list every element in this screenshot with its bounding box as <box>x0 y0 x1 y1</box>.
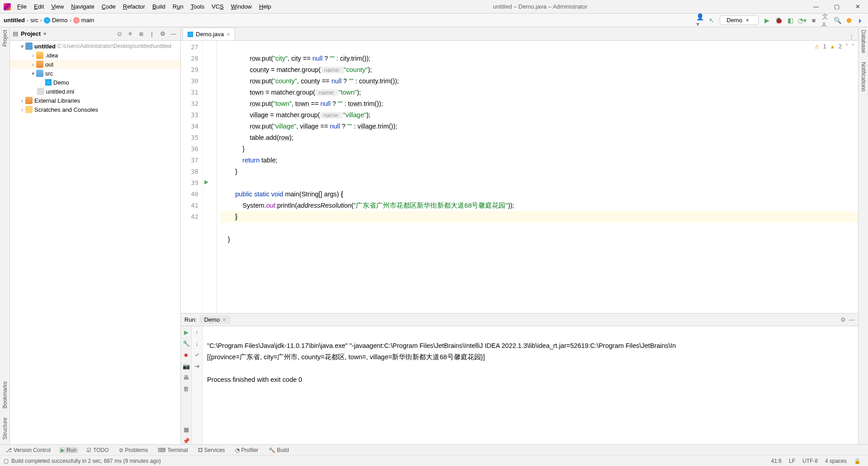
bt-services[interactable]: ⚃Services <box>196 447 227 453</box>
menu-view[interactable]: View <box>47 1 67 12</box>
menu-code[interactable]: Code <box>98 1 119 12</box>
console-line: [{province=广东省, city=广州市, county=花都区, to… <box>207 353 485 361</box>
tree-label: out <box>45 61 53 68</box>
bt-version-control[interactable]: ⎇Version Control <box>4 447 52 453</box>
up-icon[interactable]: ↑ <box>195 329 198 336</box>
sidebar-notifications[interactable]: Notifications <box>860 62 867 91</box>
debug-button[interactable]: 🐞 <box>775 17 782 24</box>
user-icon[interactable]: 👤▾ <box>696 17 703 24</box>
breadcrumb-method[interactable]: main <box>81 17 94 24</box>
sidebar-structure[interactable]: Structure <box>2 418 8 440</box>
tree-root[interactable]: ▾ untitled C:\Users\Administrator\Deskto… <box>10 42 180 51</box>
menu-navigate[interactable]: Navigate <box>67 1 98 12</box>
wrap-icon[interactable]: ⤶ <box>194 352 199 358</box>
menu-edit[interactable]: Edit <box>30 1 47 12</box>
bt-build[interactable]: 🔨Build <box>267 447 291 453</box>
project-tree[interactable]: ▾ untitled C:\Users\Administrator\Deskto… <box>10 41 180 444</box>
chevron-down-icon[interactable]: ▾ <box>43 30 47 37</box>
tree-iml[interactable]: untitled.iml <box>10 87 180 96</box>
bt-profiler[interactable]: ◔Profiler <box>233 447 260 453</box>
menu-file[interactable]: File <box>14 1 30 12</box>
tree-label: Demo <box>53 79 69 86</box>
menu-build[interactable]: Build <box>149 1 169 12</box>
more-icon[interactable]: ⏵ <box>857 17 864 24</box>
close-tab-icon[interactable]: × <box>226 31 230 38</box>
problems-icon: ⊘ <box>119 447 123 453</box>
run-button[interactable]: ▶ <box>763 17 770 24</box>
menu-run[interactable]: Run <box>169 1 187 12</box>
hide-icon[interactable]: — <box>170 30 178 38</box>
expand-all-icon[interactable]: ≡ <box>126 30 134 38</box>
menu-window[interactable]: Window <box>227 1 255 12</box>
tree-out[interactable]: › out <box>10 60 180 69</box>
tool-icon[interactable]: 🔧 <box>183 340 190 347</box>
maximize-button[interactable]: ▢ <box>826 0 847 14</box>
lock-icon[interactable]: 🔒 <box>850 458 864 464</box>
run-left-toolbar: ▶ 🔧 ■ 📷 🖶 🗑 ▦ 📌 <box>181 326 192 444</box>
tree-idea[interactable]: › .idea <box>10 51 180 60</box>
run-tab-demo[interactable]: Demo × <box>199 315 230 324</box>
sidebar-project[interactable]: Project <box>2 30 8 47</box>
rerun-icon[interactable]: ▶ <box>184 329 189 336</box>
down-icon[interactable]: ↓ <box>195 340 198 347</box>
menu-vcs[interactable]: VCS <box>208 1 227 12</box>
editor-body[interactable]: ⚠1 ▲2 ˄ ˅ 27 28 29 30 31 32 33 34 35 36 … <box>181 41 858 313</box>
editor-tab-demo[interactable]: Demo.java × <box>183 28 235 40</box>
hide-icon[interactable]: — <box>849 316 854 323</box>
bt-todo[interactable]: ☑TODO <box>85 447 110 453</box>
tree-root-path: C:\Users\Administrator\Desktop\untitled\… <box>57 43 171 49</box>
indent-info[interactable]: 4 spaces <box>821 458 850 464</box>
caret-position[interactable]: 41:6 <box>768 458 785 464</box>
close-icon[interactable]: × <box>222 316 226 323</box>
camera-icon[interactable]: 📷 <box>183 363 190 370</box>
chevron-up-icon[interactable]: ˄ <box>845 43 848 50</box>
editor-more-icon[interactable]: ⋮ <box>845 33 858 40</box>
sidebar-bookmarks[interactable]: Bookmarks <box>2 381 8 409</box>
pin-icon[interactable]: 📌 <box>183 437 190 444</box>
stop-button[interactable]: ■ <box>810 17 817 24</box>
back-icon[interactable]: ↖ <box>708 17 715 24</box>
coverage-button[interactable]: ◧ <box>787 17 794 24</box>
bt-terminal[interactable]: ⌨Terminal <box>156 447 189 453</box>
layout-icon[interactable]: ▦ <box>184 426 189 433</box>
tree-src[interactable]: ▾ src <box>10 69 180 78</box>
close-button[interactable]: ✕ <box>847 0 868 14</box>
bt-run[interactable]: ▶Run <box>59 447 78 453</box>
status-icon[interactable]: ▢ <box>4 458 9 464</box>
menu-refactor[interactable]: Refactor <box>119 1 149 12</box>
stop-icon[interactable]: ■ <box>184 352 188 358</box>
tree-demo[interactable]: Demo <box>10 78 180 87</box>
trash-icon[interactable]: 🗑 <box>183 385 189 392</box>
chevron-down-icon[interactable]: ˅ <box>852 43 854 50</box>
play-icon: ▶ <box>61 447 65 453</box>
sidebar-database[interactable]: Database <box>860 30 867 53</box>
run-config-selector[interactable]: Demo ▾ <box>720 15 759 25</box>
method-icon <box>73 17 80 24</box>
print-icon[interactable]: 🖶 <box>183 374 189 381</box>
inspection-summary[interactable]: ⚠1 ▲2 ˄ ˅ <box>813 43 856 51</box>
console-output[interactable]: "C:\Program Files\Java\jdk-11.0.17\bin\j… <box>203 326 858 444</box>
settings-icon[interactable]: ⚙ <box>159 30 167 38</box>
line-separator[interactable]: LF <box>785 458 799 464</box>
update-icon[interactable]: ⬢ <box>845 17 853 24</box>
menu-tools[interactable]: Tools <box>187 1 208 12</box>
breadcrumb-project[interactable]: untitled <box>4 17 25 24</box>
bt-problems[interactable]: ⊘Problems <box>117 447 150 453</box>
profile-button[interactable]: ◔▾ <box>798 17 806 24</box>
collapse-all-icon[interactable]: ≣ <box>137 30 145 38</box>
minimize-button[interactable]: — <box>806 0 826 14</box>
translate-icon[interactable]: 文A <box>822 17 829 24</box>
settings-icon[interactable]: ⚙ <box>840 316 846 323</box>
code-content[interactable]: row.put("city", city == null ? "" : city… <box>217 41 858 313</box>
breadcrumb-class[interactable]: Demo <box>52 17 68 24</box>
tree-external[interactable]: › External Libraries <box>10 96 180 105</box>
tree-scratches[interactable]: › Scratches and Consoles <box>10 105 180 114</box>
select-opened-icon[interactable]: ⊙ <box>115 30 123 38</box>
search-icon[interactable]: 🔍 <box>834 17 841 24</box>
file-encoding[interactable]: UTF-8 <box>799 458 821 464</box>
breadcrumb-src[interactable]: src <box>30 17 38 24</box>
tree-label: Scratches and Consoles <box>34 106 98 113</box>
menu-help[interactable]: Help <box>255 1 275 12</box>
run-line-marker[interactable]: ▶ <box>203 176 210 188</box>
scroll-end-icon[interactable]: ⇥ <box>194 363 199 370</box>
